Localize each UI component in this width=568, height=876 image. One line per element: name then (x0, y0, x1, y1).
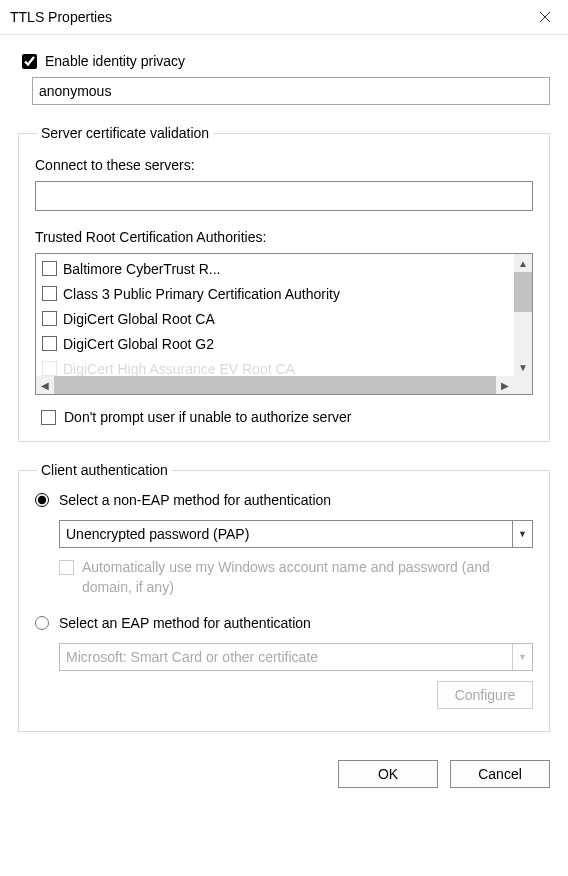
auto-windows-label: Automatically use my Windows account nam… (82, 558, 533, 597)
ca-item-label: DigiCert Global Root CA (63, 311, 215, 327)
scroll-thumb[interactable] (514, 272, 532, 312)
client-authentication-group: Client authentication Select a non-EAP m… (18, 462, 550, 732)
list-item[interactable]: DigiCert Global Root G2 (36, 331, 514, 356)
horizontal-scrollbar[interactable]: ◀ ▶ (36, 376, 514, 394)
ok-button[interactable]: OK (338, 760, 438, 788)
dont-prompt-checkbox[interactable] (41, 410, 56, 425)
enable-identity-privacy-checkbox[interactable] (22, 54, 37, 69)
scroll-right-icon[interactable]: ▶ (496, 376, 514, 394)
scroll-up-icon[interactable]: ▲ (514, 254, 532, 272)
list-item[interactable]: DigiCert High Assurance EV Root CA (36, 356, 514, 376)
list-item[interactable]: DigiCert Global Root CA (36, 306, 514, 331)
server-certificate-validation-group: Server certificate validation Connect to… (18, 125, 550, 442)
chevron-down-icon: ▼ (512, 521, 532, 547)
close-button[interactable] (522, 0, 568, 35)
ca-checkbox[interactable] (42, 361, 57, 376)
ca-item-label: Class 3 Public Primary Certification Aut… (63, 286, 340, 302)
titlebar: TTLS Properties (0, 0, 568, 35)
eap-selected-value: Microsoft: Smart Card or other certifica… (66, 649, 318, 665)
ca-checkbox[interactable] (42, 261, 57, 276)
dont-prompt-label: Don't prompt user if unable to authorize… (64, 409, 352, 425)
vertical-scrollbar[interactable]: ▲ ▼ (514, 254, 532, 376)
connect-servers-label: Connect to these servers: (35, 157, 533, 173)
ca-checkbox[interactable] (42, 311, 57, 326)
ca-item-label: DigiCert Global Root G2 (63, 336, 214, 352)
ca-item-label: DigiCert High Assurance EV Root CA (63, 361, 295, 377)
list-item[interactable]: Baltimore CyberTrust R... (36, 256, 514, 281)
non-eap-method-select[interactable]: Unencrypted password (PAP) ▼ (59, 520, 533, 548)
configure-button: Configure (437, 681, 533, 709)
client-authentication-legend: Client authentication (37, 462, 172, 478)
eap-radio[interactable] (35, 616, 49, 630)
trusted-root-ca-label: Trusted Root Certification Authorities: (35, 229, 533, 245)
scroll-down-icon[interactable]: ▼ (514, 358, 532, 376)
cancel-button[interactable]: Cancel (450, 760, 550, 788)
ca-item-label: Baltimore CyberTrust R... (63, 261, 220, 277)
server-validation-legend: Server certificate validation (37, 125, 213, 141)
ca-checkbox[interactable] (42, 286, 57, 301)
list-item[interactable]: Class 3 Public Primary Certification Aut… (36, 281, 514, 306)
scroll-left-icon[interactable]: ◀ (36, 376, 54, 394)
eap-label: Select an EAP method for authentication (59, 615, 311, 631)
enable-identity-privacy-label: Enable identity privacy (45, 53, 185, 69)
ca-checkbox[interactable] (42, 336, 57, 351)
non-eap-selected-value: Unencrypted password (PAP) (66, 526, 249, 542)
scroll-thumb[interactable] (54, 376, 496, 394)
scroll-corner (514, 376, 532, 394)
window-title: TTLS Properties (10, 9, 112, 25)
close-icon (539, 11, 551, 23)
identity-privacy-input[interactable] (32, 77, 550, 105)
non-eap-radio[interactable] (35, 493, 49, 507)
chevron-down-icon: ▼ (512, 644, 532, 670)
connect-servers-input[interactable] (35, 181, 533, 211)
non-eap-label: Select a non-EAP method for authenticati… (59, 492, 331, 508)
auto-windows-checkbox (59, 560, 74, 575)
trusted-root-ca-list[interactable]: Baltimore CyberTrust R... Class 3 Public… (35, 253, 533, 395)
eap-method-select: Microsoft: Smart Card or other certifica… (59, 643, 533, 671)
